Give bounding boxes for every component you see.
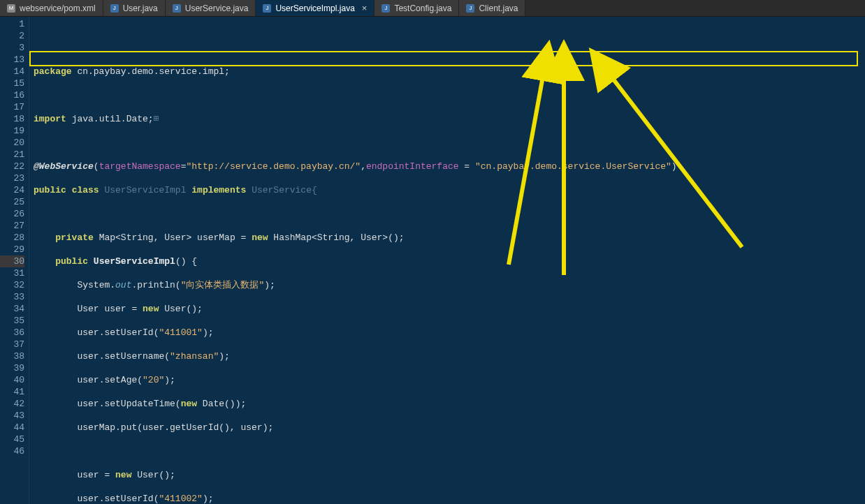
tab-label: UserService.java: [185, 3, 249, 13]
code-line: public UserServiceImpl() {: [34, 255, 865, 267]
code-line: [34, 208, 865, 220]
line-number: 38: [0, 350, 24, 362]
line-number: 44: [0, 422, 24, 433]
line-number: 20: [0, 137, 24, 149]
line-number: 35: [0, 315, 24, 327]
line-number: 32: [0, 279, 24, 291]
line-number: 28: [0, 232, 24, 244]
line-number: 1: [0, 18, 24, 30]
line-number: 16: [0, 89, 24, 101]
line-number: 23: [0, 172, 24, 184]
line-number: 15: [0, 77, 24, 89]
code-line: @WebService(targetNamespace="http://serv…: [34, 161, 865, 172]
xml-file-icon: M: [7, 4, 15, 13]
code-line: import java.util.Date;⊞: [34, 113, 865, 125]
line-number: 13: [0, 54, 24, 66]
line-number: 31: [0, 267, 24, 279]
line-number: 46: [0, 445, 24, 457]
code-line: user.setUserId("411001");: [34, 327, 865, 339]
line-number: 17: [0, 101, 24, 113]
code-line: user.setUpdateTime(new Date());: [34, 398, 865, 410]
code-line: private Map<String, User> userMap = new …: [34, 232, 865, 244]
line-number: 43: [0, 410, 24, 422]
tab-label: Client.java: [479, 3, 518, 13]
code-line: public class UserServiceImpl implements …: [34, 184, 865, 196]
java-file-icon: J: [263, 4, 271, 13]
editor-tab[interactable]: Mwebservice/pom.xml: [0, 0, 103, 16]
code-editor[interactable]: 1231314151617181920212223242526272829303…: [0, 17, 865, 504]
line-number: 26: [0, 208, 24, 220]
tab-label: TestConfig.java: [394, 3, 451, 13]
line-number: 25: [0, 196, 24, 208]
code-line: package cn.paybay.demo.service.impl;: [34, 66, 865, 77]
code-line: [34, 445, 865, 457]
java-file-icon: J: [110, 4, 119, 13]
code-line: user.setUserId("411002");: [34, 493, 865, 504]
java-file-icon: J: [381, 4, 390, 13]
editor-tabs: Mwebservice/pom.xmlJUser.javaJUserServic…: [0, 0, 865, 17]
code-area[interactable]: package cn.paybay.demo.service.impl; imp…: [29, 17, 865, 504]
close-icon[interactable]: ×: [362, 3, 368, 13]
line-number: 2: [0, 30, 24, 42]
editor-tab[interactable]: JUserServiceImpl.java×: [256, 0, 375, 16]
java-file-icon: J: [173, 4, 181, 13]
tab-label: User.java: [123, 3, 158, 13]
line-number: 42: [0, 398, 24, 410]
code-line: user.setUsername("zhansan");: [34, 350, 865, 362]
editor-tab[interactable]: JUser.java: [103, 0, 166, 16]
line-number: 29: [0, 244, 24, 255]
line-number: 34: [0, 303, 24, 315]
line-number: 39: [0, 362, 24, 374]
line-number: 3: [0, 42, 24, 54]
tab-label: webservice/pom.xml: [20, 3, 96, 13]
code-line: user = new User();: [34, 469, 865, 481]
line-number: 27: [0, 220, 24, 232]
line-number: 41: [0, 386, 24, 398]
line-number: 22: [0, 161, 24, 172]
line-number: 37: [0, 339, 24, 350]
java-file-icon: J: [466, 4, 474, 13]
code-line: User user = new User();: [34, 303, 865, 315]
editor-tab[interactable]: JUserService.java: [166, 0, 256, 16]
line-number: 33: [0, 291, 24, 303]
code-line: [34, 89, 865, 101]
code-line: [34, 137, 865, 149]
line-number: 40: [0, 374, 24, 386]
editor-tab[interactable]: JTestConfig.java: [375, 0, 459, 16]
line-number: 21: [0, 149, 24, 161]
line-number: 30: [0, 255, 24, 267]
code-line: System.out.println("向实体类插入数据");: [34, 279, 865, 291]
code-line: user.setAge("20");: [34, 374, 865, 386]
tab-label: UserServiceImpl.java: [275, 3, 354, 13]
line-number: 19: [0, 125, 24, 137]
line-gutter: 1231314151617181920212223242526272829303…: [0, 17, 29, 504]
line-number: 24: [0, 184, 24, 196]
line-number: 45: [0, 433, 24, 445]
annotation-highlight-box: [29, 51, 858, 66]
line-number: 18: [0, 113, 24, 125]
line-number: 36: [0, 327, 24, 339]
code-line: userMap.put(user.getUserId(), user);: [34, 422, 865, 433]
line-number: 14: [0, 66, 24, 77]
editor-tab[interactable]: JClient.java: [459, 0, 525, 16]
